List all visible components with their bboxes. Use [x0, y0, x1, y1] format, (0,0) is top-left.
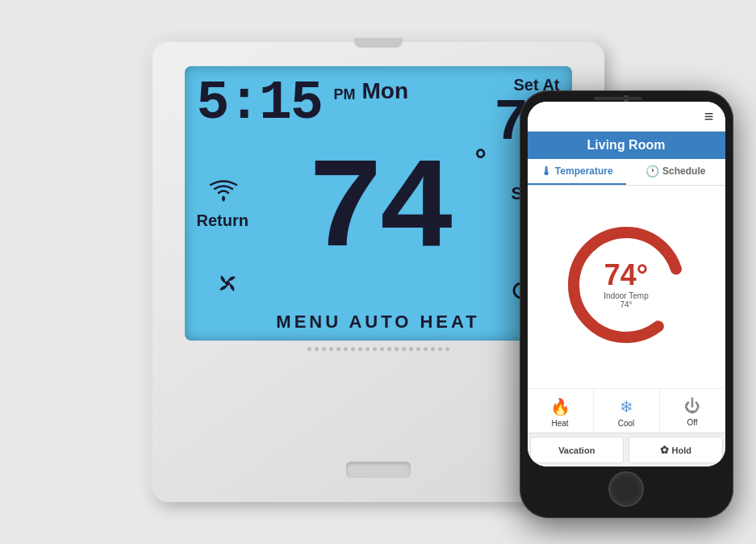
- phone-device: ≡ Living Room 🌡 Temperature 🕐 Schedule: [520, 90, 733, 518]
- gauge-area: 74° Indoor Temp 74°: [528, 186, 725, 388]
- gauge-center: 74° Indoor Temp 74°: [604, 261, 648, 309]
- cool-label: Cool: [618, 419, 635, 428]
- off-icon: ⏻: [684, 397, 700, 416]
- lcd-screen: 5:15 PM Mon Set At 74 74 ° Retu: [185, 66, 572, 341]
- cool-icon: ❄: [620, 397, 633, 416]
- temperature-gauge: 74° Indoor Temp 74°: [562, 220, 691, 349]
- heat-icon: 🔥: [550, 397, 570, 416]
- lcd-main-temp: 74: [307, 147, 449, 276]
- lcd-day: Mon: [362, 78, 409, 104]
- action-buttons: Vacation ✿ Hold: [528, 433, 725, 467]
- menu-icon[interactable]: ≡: [704, 108, 714, 124]
- vacation-label: Vacation: [558, 446, 595, 455]
- fan-icon: [213, 269, 242, 304]
- hold-label: Hold: [672, 446, 691, 455]
- lcd-degree: °: [475, 143, 487, 177]
- svg-point-0: [222, 197, 225, 200]
- tab-temperature-label: Temperature: [555, 165, 613, 177]
- phone-tabs: 🌡 Temperature 🕐 Schedule: [528, 159, 725, 186]
- main-scene: 5:15 PM Mon Set At 74 74 ° Retu: [7, 10, 750, 534]
- lcd-return-label: Return: [197, 211, 249, 230]
- gauge-temperature: 74°: [604, 261, 648, 290]
- svg-point-1: [225, 281, 230, 286]
- tab-temperature[interactable]: 🌡 Temperature: [528, 159, 627, 185]
- hold-button[interactable]: ✿ Hold: [629, 437, 723, 463]
- phone-screen: ≡ Living Room 🌡 Temperature 🕐 Schedule: [528, 102, 725, 467]
- thermostat-dots: [307, 347, 449, 351]
- off-label: Off: [687, 418, 697, 427]
- vacation-button[interactable]: Vacation: [530, 437, 624, 463]
- phone-speaker: [594, 97, 642, 100]
- tab-schedule-label: Schedule: [662, 165, 705, 177]
- phone-body: ≡ Living Room 🌡 Temperature 🕐 Schedule: [520, 90, 733, 518]
- phone-header: ≡: [528, 102, 725, 132]
- hold-icon: ✿: [660, 444, 669, 456]
- wifi-icon: [209, 179, 238, 207]
- tab-schedule[interactable]: 🕐 Schedule: [626, 159, 725, 185]
- off-button[interactable]: ⏻ Off: [660, 389, 725, 433]
- lcd-time: 5:15: [197, 76, 322, 131]
- room-title-bar: Living Room: [528, 132, 725, 159]
- heat-button[interactable]: 🔥 Heat: [528, 389, 594, 433]
- clock-icon: 🕐: [645, 165, 659, 178]
- room-title: Living Room: [587, 138, 666, 152]
- lcd-menu-bar: MENU AUTO HEAT: [276, 312, 479, 333]
- thermometer-icon: 🌡: [541, 165, 552, 178]
- mode-buttons: 🔥 Heat ❄ Cool ⏻ Off: [528, 388, 725, 433]
- lcd-ampm: PM: [334, 86, 356, 103]
- phone-home-button[interactable]: [608, 471, 644, 507]
- cool-button[interactable]: ❄ Cool: [594, 389, 660, 433]
- indoor-temp-label: Indoor Temp 74°: [604, 291, 648, 309]
- heat-label: Heat: [551, 419, 568, 428]
